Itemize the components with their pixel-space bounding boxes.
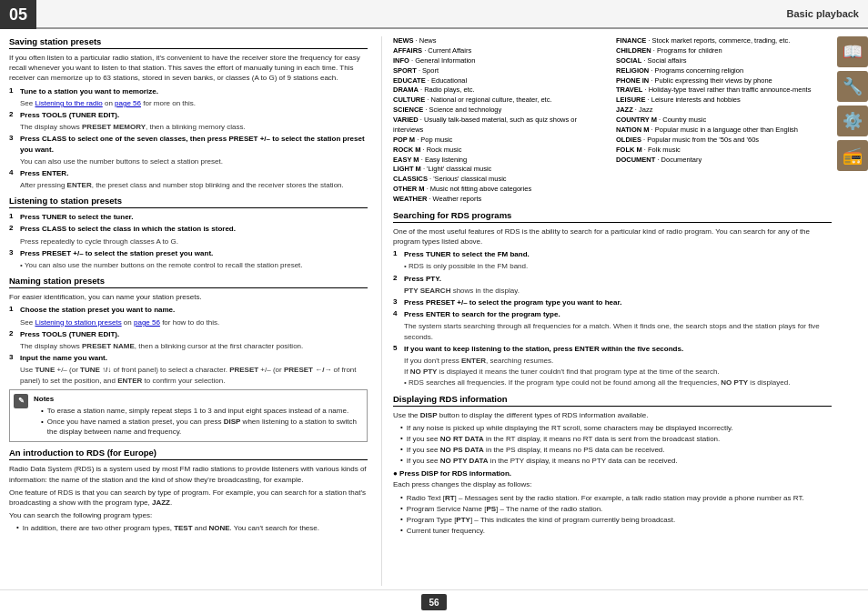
notes-title: Notes [34, 394, 363, 404]
rds-col-2: FINANCE · Stock market reports, commerce… [616, 36, 832, 205]
step-num: 2 [9, 110, 20, 118]
step-content: Press ENTER. [20, 168, 368, 178]
rds-row: VARIED · Usually talk-based material, su… [393, 116, 609, 136]
rds-row: SPORT · Sport [393, 66, 609, 76]
notes-box: ✎ Notes To erase a station name, simply … [9, 389, 368, 443]
step-3-save: 3 Press CLASS to select one of the seven… [9, 134, 368, 154]
rds-intro-p1: Radio Data System (RDS) is a system used… [9, 464, 368, 484]
rds-intro-p2: One feature of RDS is that you can searc… [9, 488, 368, 508]
rds-row: JAZZ · Jazz [616, 106, 832, 116]
step-content: Tune to a station you want to memorize. [20, 86, 368, 96]
step-num: 4 [9, 168, 20, 176]
rds-row: ROCK M · Rock music [393, 146, 609, 156]
disp-bullet: If you see NO PTY DATA in the PTY displa… [400, 456, 832, 466]
note-item: To erase a station name, simply repeat s… [41, 406, 363, 416]
step-1-name: 1 Choose the station preset you want to … [9, 305, 368, 315]
disp-item: Program Service Name [PS] – The name of … [400, 504, 832, 514]
disp-bullet: If you see NO RT DATA in the RT display,… [400, 434, 832, 444]
section-searching-title: Searching for RDS programs [393, 210, 832, 223]
disp-bullet: If you see NO PS DATA in the PS display,… [400, 445, 832, 455]
step-3-listen: 3 Press PRESET +/– to select the station… [9, 248, 368, 258]
link-page56b[interactable]: page 56 [134, 318, 160, 327]
section-saving-title: Saving station presets [9, 36, 368, 49]
rds-row: EDUCATE · Educational [393, 76, 609, 86]
note-item: Once you have named a station preset, yo… [41, 417, 363, 437]
link-listening[interactable]: Listening to the radio [35, 99, 102, 107]
rds-bullet: In addition, there are two other program… [16, 523, 368, 533]
page-number: 56 [421, 594, 447, 610]
sidebar-icon-2: 🔧 [837, 71, 868, 102]
chapter-number: 05 [0, 0, 36, 29]
step-4-save: 4 Press ENTER. [9, 168, 368, 178]
right-area: NEWS · News AFFAIRS · Current Affairs IN… [382, 36, 868, 586]
section-rds-title: An introduction to RDS (for Europe) [9, 448, 368, 460]
rds-col-1: NEWS · News AFFAIRS · Current Affairs IN… [393, 36, 609, 205]
rds-row: OTHER M · Music not fitting above catego… [393, 185, 609, 195]
rds-row: CLASSICS · 'Serious' classical music [393, 175, 609, 185]
step-1-search: 1 Press TUNER to select the FM band. [393, 249, 832, 259]
disp-item: Program Type [PTY] – This indicates the … [400, 515, 832, 525]
step-3-name: 3 Input the name you want. [9, 353, 368, 363]
step-1-listen: 1 Press TUNER to select the tuner. [9, 212, 368, 222]
section-saving: Saving station presets If you often list… [9, 36, 368, 190]
disp-bullet: If any noise is picked up while displayi… [400, 423, 832, 433]
rds-row: EASY M · Easy listening [393, 156, 609, 166]
left-column: Saving station presets If you often list… [0, 36, 382, 586]
header: 05 Basic playback [0, 0, 868, 29]
step-content: Press TOOLS (TUNER EDIT). [20, 110, 368, 120]
rds-row: SOCIAL · Social affairs [616, 56, 832, 66]
press-disp-note: ● Press DISP for RDS information. [393, 468, 832, 478]
section-displaying-title: Displaying RDS information [393, 394, 832, 407]
link-listening-presets[interactable]: Listening to station presets [35, 318, 121, 327]
searching-intro: One of the most useful features of RDS i… [393, 226, 832, 247]
sidebar-icon-1: 📖 [837, 36, 868, 67]
rds-row: LEISURE · Leisure interests and hobbies [616, 96, 832, 106]
step-5-search: 5 If you want to keep listening to the s… [393, 344, 832, 354]
step-2-save: 2 Press TOOLS (TUNER EDIT). [9, 110, 368, 120]
rds-row: POP M · Pop music [393, 136, 609, 146]
step-2-name: 2 Press TOOLS (TUNER EDIT). [9, 329, 368, 339]
rds-row: TRAVEL · Holiday-type travel rather than… [616, 86, 832, 96]
rds-bullet-text: In addition, there are two other program… [23, 523, 319, 533]
note-text: To erase a station name, simply repeat s… [47, 406, 348, 416]
step-content: Press CLASS to select one of the seven c… [20, 134, 368, 154]
rds-row: FINANCE · Stock market reports, commerce… [616, 36, 832, 46]
rds-row: LIGHT M · 'Light' classical music [393, 165, 609, 175]
rds-row: DOCUMENT · Documentary [616, 156, 832, 166]
naming-intro: For easier identification, you can name … [9, 292, 368, 302]
disp-item: Current tuner frequency. [400, 526, 832, 536]
rds-row: COUNTRY M · Country music [616, 116, 832, 126]
step-2-search: 2 Press PTY. [393, 274, 832, 284]
section-rds-intro: An introduction to RDS (for Europe) Radi… [9, 448, 368, 533]
section-naming-title: Naming station presets [9, 276, 368, 288]
rds-row: INFO · General Information [393, 56, 609, 66]
rds-row: CHILDREN · Programs for children [616, 46, 832, 56]
notes-content: Notes To erase a station name, simply re… [34, 394, 363, 438]
step-num: 3 [9, 134, 20, 142]
rds-row: NEWS · News [393, 36, 609, 46]
page-container: 05 Basic playback Saving station presets… [0, 0, 868, 614]
rds-row: CULTURE · National or regional culture, … [393, 96, 609, 106]
rds-row: FOLK M · Folk music [616, 146, 832, 156]
sidebar-icon-3: ⚙️ [837, 106, 868, 136]
disp-item: Radio Text [RT] – Messages sent by the r… [400, 493, 832, 503]
step-1-save: 1 Tune to a station you want to memorize… [9, 86, 368, 96]
step-sub: See Listening to the radio on page 56 fo… [20, 98, 368, 108]
step-sub: The display shows PRESET MEMORY, then a … [20, 122, 368, 132]
step-2-listen: 2 Press CLASS to select the class in whi… [9, 224, 368, 234]
rds-row: PHONE IN · Public expressing their views… [616, 76, 832, 86]
rds-intro-p3: You can search the following program typ… [9, 510, 368, 520]
displaying-intro: Use the DISP button to display the diffe… [393, 410, 832, 420]
rds-row: DRAMA · Radio plays, etc. [393, 86, 609, 96]
note-text: Once you have named a station preset, yo… [47, 417, 363, 437]
step-4-search: 4 Press ENTER to search for the program … [393, 309, 832, 319]
link-page56[interactable]: page 56 [115, 99, 141, 107]
section-searching: Searching for RDS programs One of the mo… [393, 210, 832, 388]
rds-row: WEATHER · Weather reports [393, 195, 609, 205]
rds-row: NATION M · Popular music in a language o… [616, 126, 832, 136]
rds-row: SCIENCE · Science and technology [393, 106, 609, 116]
step-sub: After pressing ENTER, the preset class a… [20, 180, 368, 190]
footer: 56 [0, 589, 868, 614]
each-press-note: Each press changes the display as follow… [393, 479, 832, 489]
rds-row: RELIGION · Programs concerning religion [616, 66, 832, 76]
